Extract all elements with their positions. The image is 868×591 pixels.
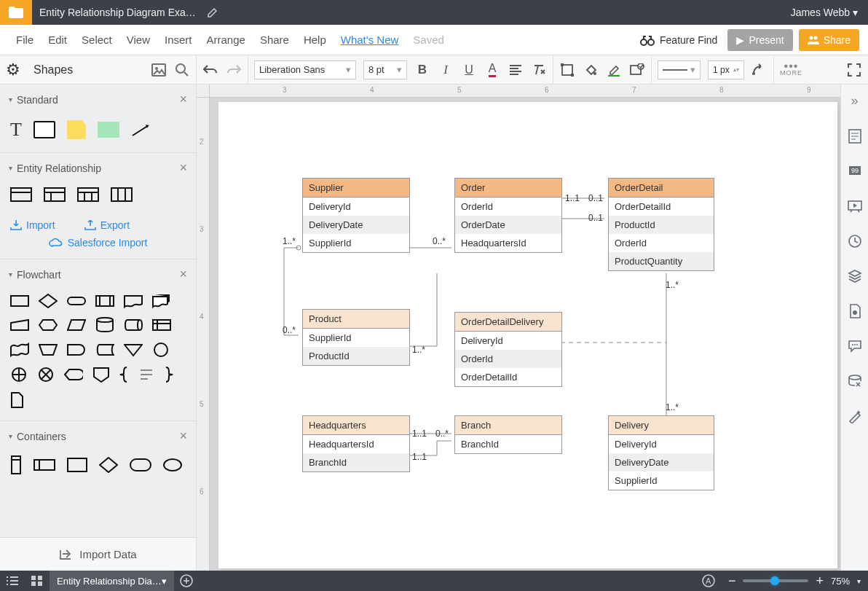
cont-6[interactable] — [163, 458, 182, 472]
more-tools[interactable]: •••MORE — [780, 63, 802, 77]
arrow-shape[interactable] — [131, 122, 153, 137]
fill-icon[interactable] — [583, 62, 599, 78]
flow-doc[interactable] — [124, 294, 143, 308]
cont-2[interactable] — [33, 459, 55, 471]
er-shape-1[interactable] — [10, 187, 32, 202]
menu-arrange[interactable]: Arrange — [200, 34, 253, 46]
share-button[interactable]: Share — [799, 29, 859, 51]
font-dropdown[interactable]: Liberation Sans▾ — [254, 60, 356, 79]
note-shape[interactable] — [67, 120, 86, 139]
flow-terminator[interactable] — [67, 294, 86, 308]
cont-1[interactable] — [10, 455, 22, 474]
panel-entity-relationship[interactable]: ▾Entity Relationship× — [0, 153, 196, 183]
italic-icon[interactable]: I — [438, 62, 454, 78]
page-tab[interactable]: Entity Relationship Dia…▾ — [50, 571, 174, 591]
underline-icon[interactable]: U — [461, 62, 477, 78]
add-page-icon[interactable] — [174, 571, 199, 591]
whats-new-link[interactable]: What's New — [334, 34, 406, 46]
master-page-icon[interactable] — [841, 294, 869, 329]
close-icon[interactable]: × — [179, 92, 187, 107]
canvas[interactable]: 3 4 5 6 7 8 9 2 3 4 5 6 — [197, 85, 840, 571]
zoom-slider[interactable] — [743, 579, 808, 582]
cont-4[interactable] — [99, 457, 118, 473]
entity-delivery[interactable]: Delivery DeliveryId DeliveryDate Supplie… — [608, 415, 714, 490]
chevron-down-icon[interactable]: ▾ — [857, 577, 861, 585]
history-icon[interactable] — [841, 224, 869, 259]
page-settings-icon[interactable] — [841, 119, 869, 154]
fullscreen-icon[interactable] — [846, 62, 862, 78]
shape-style-icon[interactable] — [629, 62, 645, 78]
feature-find[interactable]: Feature Find — [639, 34, 717, 46]
magic-icon[interactable] — [841, 399, 869, 434]
flow-predef[interactable] — [95, 294, 114, 308]
zoom-slider-handle[interactable] — [770, 576, 779, 585]
flow-multidoc[interactable] — [152, 294, 171, 308]
entity-orderdetail[interactable]: OrderDetail OrderDetailId ProductId Orde… — [608, 178, 714, 271]
line-width-dropdown[interactable]: 1 px▴▾ — [708, 60, 744, 79]
presentation-icon[interactable] — [841, 189, 869, 224]
outline-view-icon[interactable] — [0, 571, 25, 591]
entity-order[interactable]: Order OrderId OrderDate HeadquartersId — [454, 178, 562, 253]
edit-title-icon[interactable] — [208, 7, 218, 17]
menu-insert[interactable]: Insert — [157, 34, 200, 46]
close-icon[interactable]: × — [179, 160, 187, 176]
flow-manualinput[interactable] — [10, 318, 29, 332]
flow-internal[interactable] — [152, 318, 171, 332]
flow-connector[interactable] — [152, 342, 170, 358]
layers-icon[interactable] — [841, 259, 869, 294]
flow-diamond[interactable] — [39, 294, 58, 308]
cont-5[interactable] — [130, 458, 151, 471]
flow-bracel[interactable] — [163, 367, 173, 383]
cont-3[interactable] — [67, 458, 87, 472]
clear-format-icon[interactable] — [531, 62, 547, 78]
entity-headquarters[interactable]: Headquarters HeadquartersId BranchId — [302, 415, 410, 472]
er-shape-3[interactable] — [77, 187, 99, 202]
flow-sum[interactable] — [37, 367, 55, 383]
export-link[interactable]: Export — [84, 219, 130, 231]
flow-db[interactable] — [95, 317, 114, 333]
flow-rect[interactable] — [10, 294, 29, 308]
menu-help[interactable]: Help — [296, 34, 334, 46]
present-button[interactable]: ▶ Present — [727, 29, 792, 51]
gear-icon[interactable]: ⚙ — [6, 60, 20, 79]
comments-icon[interactable] — [841, 329, 869, 364]
import-link[interactable]: Import — [10, 219, 55, 231]
flow-hex[interactable] — [39, 318, 58, 332]
bold-icon[interactable]: B — [414, 62, 430, 78]
flow-note[interactable] — [139, 367, 154, 382]
menu-select[interactable]: Select — [74, 34, 119, 46]
flow-bracer[interactable] — [119, 367, 130, 383]
flow-directdata[interactable] — [124, 318, 143, 332]
close-icon[interactable]: × — [179, 428, 187, 444]
panel-standard[interactable]: ▾Standard× — [0, 85, 196, 114]
close-icon[interactable]: × — [179, 267, 187, 282]
shape-tool-icon[interactable] — [559, 62, 575, 78]
line-style-dropdown[interactable]: ▾ — [658, 60, 701, 79]
image-icon[interactable] — [151, 62, 167, 78]
entity-orderdetaildelivery[interactable]: OrderDetailDelivery DeliveryId OrderId O… — [454, 312, 562, 387]
rect-shape[interactable] — [33, 121, 55, 138]
menu-file[interactable]: File — [9, 34, 41, 46]
flow-data[interactable] — [67, 318, 86, 332]
data-link-icon[interactable] — [841, 364, 869, 399]
collapse-right-icon[interactable]: » — [851, 89, 858, 119]
entity-branch[interactable]: Branch BranchId — [454, 415, 562, 454]
auto-layout-icon[interactable]: A — [696, 571, 721, 591]
menu-view[interactable]: View — [119, 34, 157, 46]
entity-supplier[interactable]: Supplier DeliveryId DeliveryDate Supplie… — [302, 178, 410, 253]
flow-or[interactable] — [10, 367, 28, 383]
user-menu[interactable]: James Webb ▾ — [781, 7, 868, 18]
document-title[interactable]: Entity Relationship Diagram Exa… — [32, 7, 203, 18]
app-folder-icon[interactable] — [0, 0, 32, 25]
flow-offpage[interactable] — [92, 367, 110, 383]
flow-merge[interactable] — [124, 343, 143, 357]
er-shape-2[interactable] — [44, 187, 66, 202]
flow-display[interactable] — [64, 367, 83, 382]
zoom-level[interactable]: 75% — [831, 576, 850, 587]
flow-card[interactable] — [10, 391, 23, 409]
align-icon[interactable] — [508, 62, 524, 78]
menu-edit[interactable]: Edit — [41, 34, 74, 46]
grid-view-icon[interactable] — [25, 571, 50, 591]
entity-product[interactable]: Product SupplierId ProductId — [302, 309, 410, 366]
salesforce-import-link[interactable]: Salesforce Import — [0, 237, 196, 259]
